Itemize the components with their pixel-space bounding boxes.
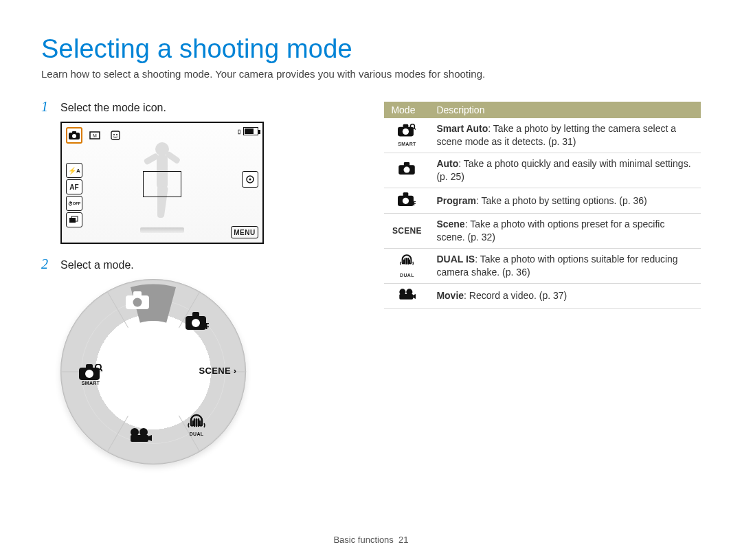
table-row: SMART Smart Auto: Take a photo by lettin… xyxy=(384,118,701,153)
svg-point-36 xyxy=(403,128,409,135)
af-icon[interactable]: AF xyxy=(66,179,82,194)
table-row: DUAL DUAL IS: Take a photo with options … xyxy=(384,249,701,284)
top-right-status: ▯ xyxy=(238,127,258,135)
left-side-icons: ⚡A AF ⏱OFF xyxy=(66,163,82,227)
svg-point-21 xyxy=(133,298,142,307)
table-row: P Program: Take a photo by setting optio… xyxy=(384,188,701,214)
svg-rect-28 xyxy=(131,435,148,442)
svg-rect-40 xyxy=(404,162,409,166)
svg-rect-1 xyxy=(72,131,76,133)
page-subtitle: Learn how to select a shooting mode. You… xyxy=(41,68,701,80)
svg-point-31 xyxy=(85,370,93,378)
desc-cell: Smart Auto: Take a photo by letting the … xyxy=(429,118,701,153)
svg-point-7 xyxy=(116,134,117,135)
svg-text:P: P xyxy=(414,200,416,206)
desc-cell: Scene: Take a photo with options preset … xyxy=(429,214,701,249)
footer-section: Basic functions xyxy=(333,535,393,545)
page-footer: Basic functions 21 xyxy=(0,535,742,545)
desc-cell: Auto: Take a photo quickly and easily wi… xyxy=(429,153,701,188)
mode-scene[interactable]: SCENE › xyxy=(194,366,242,376)
svg-rect-48 xyxy=(400,294,414,300)
svg-rect-5 xyxy=(111,131,120,139)
table-row: SCENE Scene: Take a photo with options p… xyxy=(384,214,701,249)
svg-point-6 xyxy=(113,134,115,135)
mode-wheel: P SCENE › DUAL SMART xyxy=(60,279,246,464)
movie-icon xyxy=(384,284,429,309)
step-2-number: 2 xyxy=(41,256,54,272)
svg-text:P: P xyxy=(205,322,209,330)
footer-page: 21 xyxy=(398,535,408,545)
svg-point-11 xyxy=(249,179,251,181)
card-icon: ▯ xyxy=(238,128,240,135)
mode-icon-button[interactable] xyxy=(66,127,82,144)
mode-dual-is[interactable]: DUAL xyxy=(181,414,212,436)
aspect-icon: M xyxy=(87,127,103,144)
th-desc: Description xyxy=(429,102,701,118)
podium xyxy=(140,227,184,233)
auto-icon xyxy=(384,153,429,188)
th-mode: Mode xyxy=(384,102,429,118)
smart-auto-icon: SMART xyxy=(384,118,429,153)
content-columns: 1 Select the mode icon. M xyxy=(41,99,701,464)
camera-icon xyxy=(69,131,80,139)
svg-rect-8 xyxy=(69,218,76,223)
svg-rect-23 xyxy=(192,312,199,317)
step-2: 2 Select a mode. xyxy=(41,256,344,272)
svg-line-33 xyxy=(100,369,102,371)
target-icon[interactable] xyxy=(242,171,258,188)
timer-off-icon[interactable]: ⏱OFF xyxy=(66,196,82,211)
mode-auto[interactable] xyxy=(122,291,153,309)
svg-point-41 xyxy=(404,167,410,173)
svg-rect-30 xyxy=(86,364,93,369)
battery-icon xyxy=(243,127,258,135)
page-title: Selecting a shooting mode xyxy=(41,34,701,64)
svg-rect-35 xyxy=(403,124,409,128)
step-1: 1 Select the mode icon. xyxy=(41,99,344,115)
step-1-text: Select the mode icon. xyxy=(60,102,166,114)
desc-cell: DUAL IS: Take a photo with options suita… xyxy=(429,249,701,284)
top-icon-row: M xyxy=(66,127,124,144)
menu-button[interactable]: MENU xyxy=(231,226,258,238)
manual-page: Selecting a shooting mode Learn how to s… xyxy=(0,0,742,560)
desc-cell: Program: Take a photo by setting options… xyxy=(429,188,701,214)
burst-icon[interactable] xyxy=(66,212,82,227)
focus-frame xyxy=(143,171,181,197)
table-row: Auto: Take a photo quickly and easily wi… xyxy=(384,153,701,188)
svg-point-18 xyxy=(102,321,204,423)
svg-line-38 xyxy=(414,128,416,129)
svg-text:M: M xyxy=(93,133,97,138)
program-icon: P xyxy=(384,188,429,214)
scene-icon: SCENE xyxy=(384,214,429,249)
table-row: Movie: Record a video. (p. 37) xyxy=(384,284,701,309)
dual-is-icon: DUAL xyxy=(384,249,429,284)
svg-point-44 xyxy=(403,197,409,203)
face-icon xyxy=(107,127,124,144)
mode-smart-auto[interactable]: SMART xyxy=(76,364,106,385)
mode-program[interactable]: P xyxy=(182,312,212,330)
right-column: Mode Description SMART Smart Auto: Take … xyxy=(384,99,701,464)
mode-description-table: Mode Description SMART Smart Auto: Take … xyxy=(384,102,701,309)
svg-rect-20 xyxy=(133,291,142,297)
right-side-icon xyxy=(242,171,258,188)
flash-auto-icon[interactable]: ⚡A xyxy=(66,163,82,178)
svg-rect-43 xyxy=(403,192,409,197)
step-1-number: 1 xyxy=(41,99,54,115)
desc-cell: Movie: Record a video. (p. 37) xyxy=(429,284,701,309)
mode-movie[interactable] xyxy=(125,427,155,443)
step-2-text: Select a mode. xyxy=(60,259,134,271)
left-column: 1 Select the mode icon. M xyxy=(41,99,344,464)
svg-point-24 xyxy=(192,319,200,327)
svg-point-2 xyxy=(72,134,76,138)
camera-screen-figure: M ▯ ⚡A AF ⏱OFF xyxy=(60,122,264,244)
